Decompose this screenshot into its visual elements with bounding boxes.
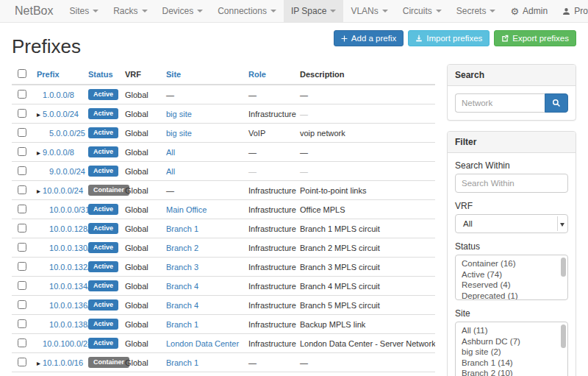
row-checkbox[interactable] (18, 185, 26, 194)
prefix-link[interactable]: 1.0.0.0/8 (43, 91, 74, 99)
status-badge: Active (88, 338, 118, 349)
select-all-checkbox[interactable] (18, 69, 26, 78)
export-prefixes-button[interactable]: Export prefixes (494, 30, 576, 46)
chevron-down-icon (490, 10, 495, 13)
row-checkbox[interactable] (18, 128, 26, 137)
nav-item-ip-space[interactable]: IP Space (284, 0, 343, 22)
nav-item-devices[interactable]: Devices (155, 0, 211, 22)
prefix-link[interactable]: 10.1.0.0/16 (43, 358, 83, 367)
site-link[interactable]: Branch 2 (166, 244, 198, 252)
row-checkbox[interactable] (18, 300, 26, 309)
expand-arrow-icon: ▸ (37, 149, 40, 157)
prefix-link[interactable]: 9.0.0.0/8 (43, 148, 74, 157)
nav-item-label: Admin (523, 6, 548, 16)
row-checkbox[interactable] (18, 205, 26, 213)
prefix-link[interactable]: 10.0.0.0/31 (49, 205, 90, 214)
site-link[interactable]: Branch 1 (166, 224, 198, 233)
export-prefixes-label: Export prefixes (512, 34, 569, 43)
table-row: ▸5.0.0.0/25ActiveGlobalbig siteVoIPvoip … (12, 124, 435, 143)
nav-item-sites[interactable]: Sites (62, 0, 106, 22)
import-prefixes-button[interactable]: Import prefixes (408, 30, 490, 46)
scrollbar-thumb[interactable] (561, 324, 566, 348)
table-row: ▸10.0.0.0/24ContainerGlobal—Infrastructu… (12, 181, 435, 200)
export-icon (501, 35, 509, 42)
search-within-input[interactable] (455, 174, 568, 193)
nav-item-label: Secrets (456, 6, 487, 16)
status-listbox[interactable]: Container (16)Active (74)Reserved (4)Dep… (455, 255, 568, 300)
role-text: — (248, 148, 257, 157)
site-link[interactable]: Branch 3 (166, 263, 198, 272)
vrf-text: Global (125, 129, 148, 138)
filter-option[interactable]: Branch 2 (10) (456, 368, 557, 376)
status-badge: Active (88, 89, 118, 100)
row-checkbox[interactable] (18, 319, 26, 328)
prefix-link[interactable]: 10.0.100.0/24 (43, 339, 92, 348)
status-badge: Active (88, 223, 118, 234)
brand-logo[interactable]: NetBox (6, 0, 62, 22)
filter-option[interactable]: All (11) (456, 325, 557, 336)
prefix-link[interactable]: 5.0.0.0/24 (43, 110, 79, 118)
depth-indent (37, 174, 43, 174)
nav-item-connections[interactable]: Connections (210, 0, 284, 22)
column-header-site[interactable]: Site (166, 70, 181, 79)
site-link[interactable]: Branch 1 (166, 320, 198, 329)
nav-item-profile[interactable]: Profile (555, 0, 588, 22)
row-checkbox[interactable] (18, 147, 26, 156)
nav-item-secrets[interactable]: Secrets (449, 0, 503, 22)
description-text: Office MPLS (300, 205, 345, 214)
row-checkbox[interactable] (18, 262, 26, 271)
row-checkbox[interactable] (18, 358, 26, 366)
nav-item-label: IP Space (291, 6, 326, 16)
nav-item-circuits[interactable]: Circuits (395, 0, 449, 22)
action-buttons: Add a prefix Import prefixes Export pref… (334, 30, 576, 46)
table-row: ▸9.0.0.0/24ActiveGlobalAll—— (12, 162, 435, 181)
scrollbar-thumb[interactable] (561, 258, 566, 277)
site-link[interactable]: All (166, 148, 175, 157)
row-checkbox[interactable] (18, 166, 26, 175)
filter-option[interactable]: Deprecated (1) (456, 291, 557, 301)
site-listbox[interactable]: All (11)Ashburn DC (7)big site (2)Branch… (455, 322, 568, 376)
column-header-role[interactable]: Role (248, 70, 266, 79)
site-link[interactable]: London Data Center (166, 339, 239, 348)
row-checkbox[interactable] (18, 338, 26, 347)
add-prefix-button[interactable]: Add a prefix (334, 30, 404, 46)
nav-item-admin[interactable]: ⚙ Admin (503, 0, 555, 22)
site-link[interactable]: big site (166, 110, 192, 118)
search-input[interactable] (455, 93, 545, 113)
site-text: — (166, 186, 174, 195)
filter-option[interactable]: Container (16) (456, 258, 557, 269)
prefix-link[interactable]: 5.0.0.0/25 (49, 129, 85, 138)
import-prefixes-label: Import prefixes (426, 34, 482, 43)
vrf-text: Global (125, 320, 148, 329)
site-link[interactable]: Branch 4 (166, 282, 198, 291)
nav-item-racks[interactable]: Racks (106, 0, 154, 22)
row-checkbox[interactable] (18, 109, 26, 118)
column-header-prefix[interactable]: Prefix (37, 70, 60, 79)
row-checkbox[interactable] (18, 90, 26, 99)
row-checkbox[interactable] (18, 243, 26, 252)
nav-item-label: Connections (218, 6, 267, 16)
prefix-link[interactable]: 9.0.0.0/24 (49, 167, 85, 176)
depth-indent (37, 327, 43, 327)
row-checkbox[interactable] (18, 224, 26, 233)
filter-option[interactable]: Branch 1 (14) (456, 358, 557, 369)
table-row: ▸10.0.0.138/31ActiveGlobalBranch 1Infras… (12, 315, 435, 334)
vrf-select[interactable]: All (455, 214, 568, 233)
site-link[interactable]: Branch 1 (166, 358, 198, 367)
site-link[interactable]: All (166, 167, 175, 176)
user-icon (562, 7, 570, 15)
top-navbar: NetBox SitesRacksDevicesConnectionsIP Sp… (0, 0, 588, 23)
row-checkbox[interactable] (18, 281, 26, 290)
column-header-status[interactable]: Status (88, 70, 113, 79)
search-button[interactable] (545, 93, 568, 113)
site-link[interactable]: Main Office (166, 205, 207, 214)
role-text: — (248, 167, 257, 176)
site-link[interactable]: big site (166, 129, 192, 138)
nav-item-vlans[interactable]: VLANs (343, 0, 395, 22)
filter-option[interactable]: Active (74) (456, 269, 557, 280)
site-link[interactable]: Branch 4 (166, 301, 198, 310)
filter-option[interactable]: big site (2) (456, 347, 557, 358)
prefix-link[interactable]: 10.0.0.0/24 (43, 186, 83, 195)
filter-option[interactable]: Ashburn DC (7) (456, 336, 557, 347)
filter-option[interactable]: Reserved (4) (456, 280, 557, 291)
